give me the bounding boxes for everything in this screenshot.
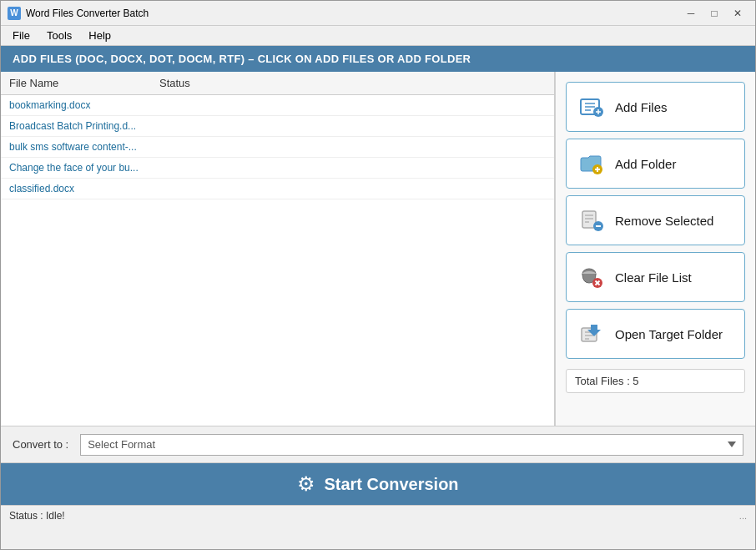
file-name-cell: classified.docx: [1, 181, 151, 196]
add-folder-button[interactable]: Add Folder: [566, 139, 745, 189]
file-status-cell: [151, 139, 554, 154]
close-button[interactable]: ✕: [727, 4, 748, 23]
window-controls: ─ □ ✕: [680, 4, 748, 23]
add-folder-icon: [578, 150, 605, 177]
remove-selected-button[interactable]: Remove Selected: [566, 195, 745, 245]
remove-selected-icon: [578, 207, 605, 234]
table-row[interactable]: bulk sms software content-...: [1, 137, 554, 158]
open-target-folder-button[interactable]: Open Target Folder: [566, 309, 745, 359]
main-content: File Name Status bookmarking.docx Broadc…: [1, 72, 755, 426]
title-bar: W Word Files Converter Batch ─ □ ✕: [1, 1, 755, 26]
col-filename: File Name: [1, 75, 151, 91]
status-bar: Status : Idle! ...: [1, 505, 755, 525]
app-icon: W: [8, 7, 21, 20]
start-conversion-label: Start Conversion: [324, 475, 458, 494]
gear-icon: ⚙: [297, 472, 315, 496]
table-row[interactable]: Change the face of your bu...: [1, 158, 554, 179]
status-dots: ...: [739, 511, 747, 521]
menu-help[interactable]: Help: [80, 28, 119, 43]
file-status-cell: [151, 160, 554, 175]
total-files: Total Files : 5: [566, 369, 745, 393]
table-row[interactable]: Broadcast Batch Printing.d...: [1, 116, 554, 137]
header-bar: ADD FILES (DOC, DOCX, DOT, DOCM, RTF) – …: [1, 46, 755, 72]
clear-file-list-label: Clear File List: [615, 270, 692, 285]
start-btn-content: ⚙ Start Conversion: [297, 472, 458, 496]
add-files-button[interactable]: Add Files: [566, 82, 745, 132]
table-row[interactable]: bookmarking.docx: [1, 95, 554, 116]
maximize-button[interactable]: □: [703, 4, 725, 23]
right-panel: Add Files Add Folder: [555, 72, 755, 426]
file-status-cell: [151, 98, 554, 113]
table-row[interactable]: classified.docx: [1, 179, 554, 199]
file-name-cell: Change the face of your bu...: [1, 160, 151, 175]
file-list-body[interactable]: bookmarking.docx Broadcast Batch Printin…: [1, 95, 554, 426]
add-files-label: Add Files: [615, 100, 668, 114]
app-title: Word Files Converter Batch: [26, 8, 149, 19]
file-list-panel: File Name Status bookmarking.docx Broadc…: [1, 72, 555, 426]
remove-selected-label: Remove Selected: [615, 214, 713, 228]
convert-bar: Convert to : Select Format: [1, 426, 755, 463]
file-list-header: File Name Status: [1, 72, 554, 95]
col-status: Status: [151, 75, 554, 91]
menu-tools[interactable]: Tools: [38, 28, 80, 43]
menu-file[interactable]: File: [4, 28, 38, 43]
file-name-cell: Broadcast Batch Printing.d...: [1, 119, 151, 134]
clear-file-list-icon: [578, 264, 605, 290]
start-conversion-bar[interactable]: ⚙ Start Conversion: [1, 463, 755, 505]
menu-bar: File Tools Help: [1, 26, 755, 46]
file-name-cell: bookmarking.docx: [1, 98, 151, 113]
file-status-cell: [151, 181, 554, 196]
clear-file-list-button[interactable]: Clear File List: [566, 252, 745, 302]
add-files-icon: [578, 93, 605, 120]
header-text: ADD FILES (DOC, DOCX, DOT, DOCM, RTF) – …: [13, 53, 471, 65]
format-select[interactable]: Select Format: [80, 434, 743, 456]
total-files-label: Total Files : 5: [575, 375, 639, 387]
file-name-cell: bulk sms software content-...: [1, 139, 151, 154]
minimize-button[interactable]: ─: [680, 4, 702, 23]
convert-to-label: Convert to :: [13, 438, 68, 451]
add-folder-label: Add Folder: [615, 157, 676, 171]
status-text: Status : Idle!: [9, 510, 65, 522]
open-target-folder-label: Open Target Folder: [615, 327, 723, 341]
file-status-cell: [151, 119, 554, 134]
open-target-folder-icon: [578, 320, 605, 347]
